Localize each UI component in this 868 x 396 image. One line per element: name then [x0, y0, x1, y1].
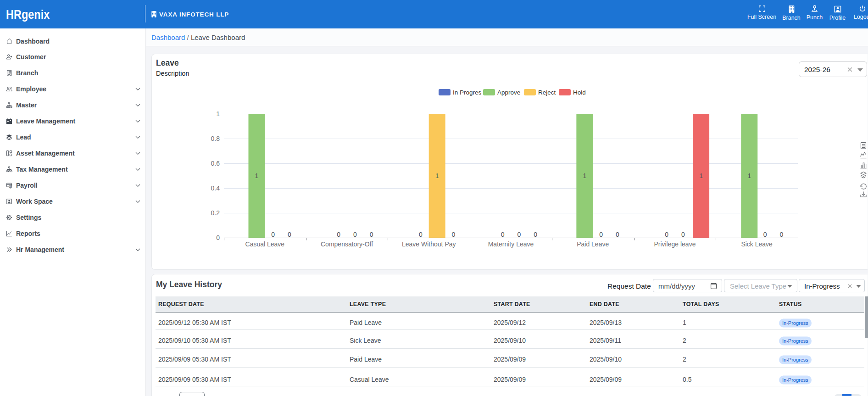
svg-text:0.6: 0.6: [211, 160, 220, 167]
svg-text:0: 0: [271, 231, 275, 238]
svg-text:0: 0: [337, 231, 340, 238]
svg-text:0.8: 0.8: [211, 135, 220, 142]
svg-text:1: 1: [216, 110, 220, 117]
svg-text:0: 0: [517, 231, 521, 238]
svg-text:0: 0: [681, 231, 685, 238]
svg-text:0: 0: [452, 231, 456, 238]
svg-text:1: 1: [435, 172, 439, 179]
svg-text:Paid Leave: Paid Leave: [577, 240, 609, 248]
svg-text:Privilege leave: Privilege leave: [654, 240, 696, 248]
svg-text:In Progres: In Progres: [453, 89, 482, 96]
svg-text:Reject: Reject: [538, 89, 556, 96]
svg-text:0: 0: [779, 231, 783, 238]
svg-text:Casual Leave: Casual Leave: [245, 240, 285, 248]
svg-text:Maternity Leave: Maternity Leave: [488, 240, 534, 248]
svg-text:Sick Leave: Sick Leave: [741, 240, 773, 248]
svg-text:0: 0: [288, 231, 291, 238]
svg-text:0: 0: [353, 231, 357, 238]
svg-text:Compensatory-Off: Compensatory-Off: [321, 240, 373, 248]
svg-text:0: 0: [370, 231, 373, 238]
svg-text:0: 0: [419, 231, 423, 238]
svg-text:0: 0: [665, 231, 668, 238]
svg-text:0: 0: [763, 231, 767, 238]
svg-text:Approve: Approve: [497, 89, 520, 96]
svg-text:0: 0: [616, 231, 619, 238]
svg-text:0.4: 0.4: [211, 184, 220, 192]
svg-text:$: $: [10, 185, 11, 188]
svg-text:Leave Without Pay: Leave Without Pay: [402, 240, 456, 248]
svg-text:1: 1: [747, 172, 751, 179]
svg-text:1: 1: [255, 172, 259, 179]
svg-text:0: 0: [534, 231, 537, 238]
svg-text:1: 1: [699, 172, 703, 179]
svg-text:0: 0: [599, 231, 603, 238]
svg-text:1: 1: [583, 172, 586, 179]
svg-text:0.2: 0.2: [211, 209, 220, 217]
svg-text:0: 0: [216, 234, 220, 241]
svg-text:Hold: Hold: [573, 89, 586, 96]
svg-text:0: 0: [501, 231, 505, 238]
